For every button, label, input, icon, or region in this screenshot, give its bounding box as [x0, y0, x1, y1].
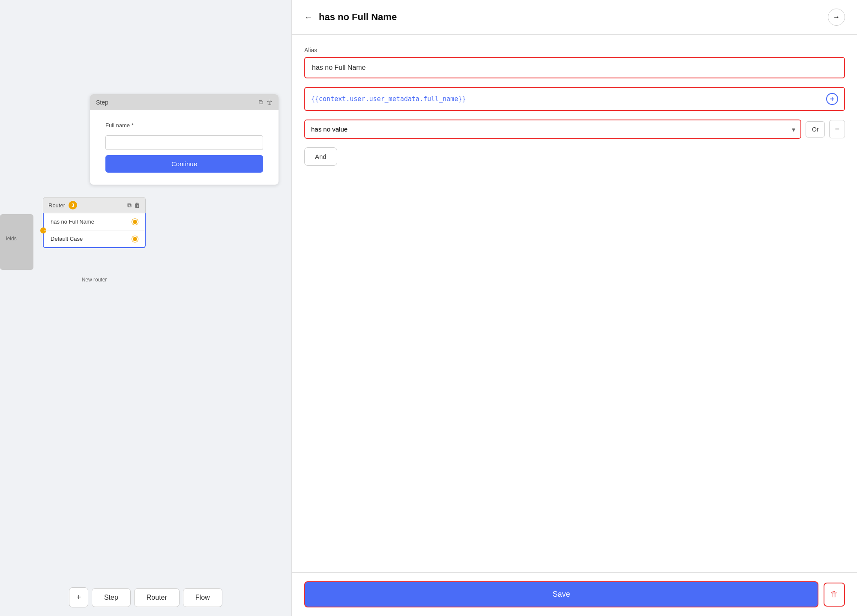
- save-button[interactable]: Save: [304, 581, 818, 607]
- add-button[interactable]: +: [69, 587, 88, 607]
- continue-button[interactable]: Continue: [105, 155, 263, 173]
- step-toolbar-button[interactable]: Step: [92, 588, 131, 607]
- router-header-left: Router 3: [48, 201, 77, 209]
- condition-select[interactable]: has no value has value equals not equals…: [305, 120, 800, 138]
- router-case-1[interactable]: has no Full Name: [44, 213, 145, 230]
- step-card-header: Step ⧉ 🗑: [90, 94, 279, 110]
- delete-icon: 🗑: [830, 590, 838, 599]
- router-header-icons: ⧉ 🗑: [127, 202, 140, 209]
- flow-toolbar-button[interactable]: Flow: [183, 588, 222, 607]
- condition-select-wrapper: has no value has value equals not equals…: [304, 120, 801, 139]
- form-label: Full name *: [105, 122, 263, 129]
- step-delete-icon[interactable]: 🗑: [267, 99, 273, 106]
- bottom-toolbar: + Step Router Flow: [0, 579, 291, 616]
- router-case-2-label: Default Case: [51, 236, 83, 242]
- context-row: {{context.user.user_metadata.full_name}}…: [304, 87, 845, 111]
- back-button[interactable]: ←: [304, 12, 313, 22]
- router-case-2-dot: [132, 236, 138, 242]
- left-panel: ields Step ⧉ 🗑 Full name * Continue: [0, 0, 291, 616]
- step-copy-icon[interactable]: ⧉: [259, 99, 263, 106]
- router-toolbar-button[interactable]: Router: [134, 588, 180, 607]
- forward-icon: →: [833, 13, 840, 21]
- alias-input[interactable]: [304, 57, 845, 78]
- step-card-body: Full name * Continue: [90, 110, 279, 185]
- canvas-area: ields Step ⧉ 🗑 Full name * Continue: [0, 0, 291, 579]
- forward-button[interactable]: →: [828, 9, 845, 26]
- gray-box-left: [0, 214, 33, 270]
- router-case-2[interactable]: Default Case: [44, 230, 145, 247]
- step-card: Step ⧉ 🗑 Full name * Continue: [90, 94, 279, 185]
- right-panel: ← has no Full Name → Alias {{context.use…: [292, 0, 857, 616]
- step-card-title: Step: [96, 99, 108, 106]
- full-name-input[interactable]: [105, 135, 263, 150]
- right-header-left: ← has no Full Name: [304, 12, 397, 23]
- right-footer: Save 🗑: [292, 572, 857, 616]
- right-panel-title: has no Full Name: [319, 12, 397, 23]
- context-value: {{context.user.user_metadata.full_name}}: [311, 95, 823, 103]
- router-card-header: Router 3 ⧉ 🗑: [43, 197, 146, 213]
- step-card-header-icons: ⧉ 🗑: [259, 99, 273, 106]
- right-content: Alias {{context.user.user_metadata.full_…: [292, 35, 857, 572]
- or-button[interactable]: Or: [806, 121, 825, 138]
- condition-row: has no value has value equals not equals…: [304, 120, 845, 139]
- minus-button[interactable]: −: [829, 120, 845, 138]
- router-title: Router: [48, 202, 65, 209]
- alias-label: Alias: [304, 47, 845, 54]
- router-label: New router: [43, 277, 146, 283]
- router-card: Router 3 ⧉ 🗑 has no Full Name Default Ca…: [43, 197, 146, 248]
- and-button[interactable]: And: [304, 147, 337, 166]
- add-context-button[interactable]: +: [826, 93, 838, 105]
- router-case-1-label: has no Full Name: [51, 218, 94, 225]
- router-case-1-dot: [132, 219, 138, 225]
- router-badge: 3: [69, 201, 77, 209]
- router-card-body: has no Full Name Default Case: [43, 213, 146, 248]
- delete-button[interactable]: 🗑: [824, 583, 845, 607]
- fields-label: ields: [6, 236, 17, 242]
- router-delete-icon[interactable]: 🗑: [134, 202, 140, 209]
- router-copy-icon[interactable]: ⧉: [127, 202, 132, 209]
- right-header: ← has no Full Name →: [292, 0, 857, 35]
- select-wrapper-inner: has no value has value equals not equals…: [305, 120, 800, 138]
- alias-field-group: Alias: [304, 47, 845, 78]
